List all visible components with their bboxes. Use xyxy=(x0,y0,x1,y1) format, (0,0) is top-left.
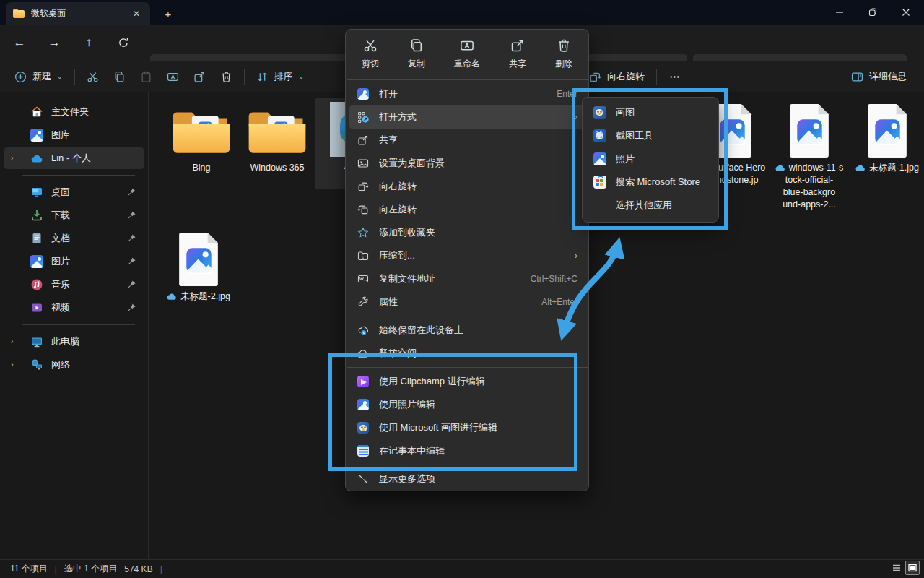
share-button[interactable] xyxy=(186,64,213,89)
sort-button[interactable]: 排序 ⌄ xyxy=(249,64,312,89)
menu-item-label: 向右旋转 xyxy=(379,180,578,193)
chevron-right-icon[interactable]: › xyxy=(11,360,14,368)
pin-icon xyxy=(127,210,136,220)
desktop-icon xyxy=(30,186,43,199)
status-bar: 11 个项目 | 选中 1 个项目 574 KB | xyxy=(0,559,924,578)
onedrive-status-icon xyxy=(167,293,178,301)
sidebar-item-network[interactable]: › 网络 xyxy=(4,354,144,376)
sidebar-item-this-pc[interactable]: › 此电脑 xyxy=(4,331,144,353)
onedrive-status-icon xyxy=(855,164,866,172)
sidebar-item-label: 文档 xyxy=(51,232,70,245)
details-pane-button[interactable]: 详细信息 xyxy=(844,64,914,89)
delete-quick-action[interactable]: 删除 xyxy=(549,35,578,73)
selection-size: 574 KB xyxy=(124,564,152,574)
sidebar-item-onedrive-personal[interactable]: › Lin - 个人 xyxy=(4,147,144,169)
chevron-down-icon: ⌄ xyxy=(57,73,63,80)
tab-close-icon[interactable]: ✕ xyxy=(130,7,143,20)
folder-tile-bing[interactable]: Bing xyxy=(163,100,240,174)
explorer-tab[interactable]: 微软桌面 ✕ xyxy=(6,2,150,25)
menu-item-share[interactable]: 共享 xyxy=(349,129,585,152)
status-divider: | xyxy=(160,564,162,574)
file-tile-windows-11-stock[interactable]: windows-11-s tock-official- blue-backgro… xyxy=(771,100,847,211)
rename-button[interactable] xyxy=(160,64,186,89)
image-file-icon xyxy=(866,103,908,158)
copy-path-icon xyxy=(357,273,369,285)
rotate-left-icon xyxy=(357,204,369,215)
chevron-right-icon[interactable]: › xyxy=(11,337,14,345)
menu-item-open-with[interactable]: 打开方式 › xyxy=(349,105,585,129)
file-name: Windows 365 xyxy=(250,162,304,174)
toolbar-divider xyxy=(74,69,75,85)
close-button[interactable] xyxy=(889,0,923,25)
sidebar-item-videos[interactable]: 视频 xyxy=(4,297,144,319)
menu-item-label: 共享 xyxy=(379,134,578,147)
sidebar-item-label: 视频 xyxy=(51,301,70,314)
new-tab-button[interactable]: + xyxy=(160,6,176,22)
sidebar-item-home[interactable]: 主文件夹 xyxy=(4,101,144,123)
wallpaper-icon xyxy=(357,158,369,169)
new-button-label: 新建 xyxy=(32,70,51,83)
annotation-box-edit-actions xyxy=(328,353,578,471)
star-icon xyxy=(357,227,369,238)
show-more-icon xyxy=(357,473,369,485)
menu-item-rotate-right[interactable]: 向右旋转 xyxy=(349,175,585,198)
cut-icon xyxy=(363,38,378,53)
cut-quick-action[interactable]: 剪切 xyxy=(356,35,385,73)
sidebar-item-downloads[interactable]: 下载 xyxy=(4,204,144,226)
file-name: 未标题-1.jpg xyxy=(869,162,919,174)
sidebar-item-label: 桌面 xyxy=(51,186,70,199)
thumbnail-view-icon xyxy=(907,563,918,573)
open-with-icon xyxy=(357,111,370,124)
refresh-icon xyxy=(118,37,129,48)
menu-item-label: 设置为桌面背景 xyxy=(379,157,578,170)
sidebar-item-gallery[interactable]: 图库 xyxy=(4,124,144,146)
videos-icon xyxy=(30,301,43,314)
folder-tab-icon xyxy=(13,9,25,18)
forward-button[interactable]: → xyxy=(42,31,66,54)
quick-actions-row: 剪切 复制 重命名 共享 删除 xyxy=(346,34,588,77)
menu-item-open[interactable]: 打开 Enter xyxy=(349,82,585,105)
file-name: Bing xyxy=(192,162,210,174)
back-button[interactable]: ← xyxy=(7,31,32,54)
titlebar: 微软桌面 ✕ + xyxy=(0,0,924,25)
photos-app-icon xyxy=(357,88,369,100)
minimize-button[interactable] xyxy=(823,0,856,25)
rename-quick-action[interactable]: 重命名 xyxy=(448,35,486,73)
rotate-right-button[interactable]: 向右旋转 xyxy=(582,64,652,89)
sidebar-item-label: 网络 xyxy=(51,358,70,371)
file-tile-untitled-2[interactable]: 未标题-2.jpg xyxy=(160,228,237,303)
refresh-button[interactable] xyxy=(111,31,136,54)
share-quick-action[interactable]: 共享 xyxy=(503,35,532,73)
annotation-box-submenu xyxy=(572,88,728,230)
menu-item-rotate-left[interactable]: 向左旋转 xyxy=(349,198,585,221)
new-button[interactable]: 新建 ⌄ xyxy=(7,64,70,89)
copy-button[interactable] xyxy=(106,64,133,89)
pictures-icon xyxy=(30,255,43,268)
up-button[interactable]: ↑ xyxy=(77,31,101,54)
sidebar-divider xyxy=(22,324,135,325)
file-tile-untitled-1[interactable]: 未标题-1.jpg xyxy=(849,100,924,174)
network-icon xyxy=(30,358,43,371)
quick-action-label: 共享 xyxy=(509,58,526,70)
details-view-button[interactable] xyxy=(889,561,904,575)
menu-item-label: 属性 xyxy=(379,296,532,309)
menu-item-set-as-background[interactable]: 设置为桌面背景 xyxy=(349,152,585,175)
folder-tile-windows-365[interactable]: Windows 365 xyxy=(239,100,315,174)
more-options-button[interactable] xyxy=(661,64,688,89)
music-icon xyxy=(30,278,43,291)
menu-item-label: 压缩到... xyxy=(379,249,565,262)
paste-button[interactable] xyxy=(133,64,160,89)
sidebar-item-pictures[interactable]: 图片 xyxy=(4,251,144,272)
cut-button[interactable] xyxy=(79,64,106,89)
sidebar-divider xyxy=(22,175,135,176)
sidebar-item-desktop[interactable]: 桌面 xyxy=(4,181,144,203)
chevron-right-icon[interactable]: › xyxy=(11,153,14,162)
pin-icon xyxy=(127,233,136,243)
copy-quick-action[interactable]: 复制 xyxy=(402,35,431,73)
sidebar-item-label: 音乐 xyxy=(51,278,70,291)
delete-button[interactable] xyxy=(213,64,240,89)
maximize-button[interactable] xyxy=(856,0,889,25)
thumbnail-view-button[interactable] xyxy=(905,561,920,575)
sidebar-item-music[interactable]: 音乐 xyxy=(4,274,144,296)
sidebar-item-documents[interactable]: 文档 xyxy=(4,228,144,249)
